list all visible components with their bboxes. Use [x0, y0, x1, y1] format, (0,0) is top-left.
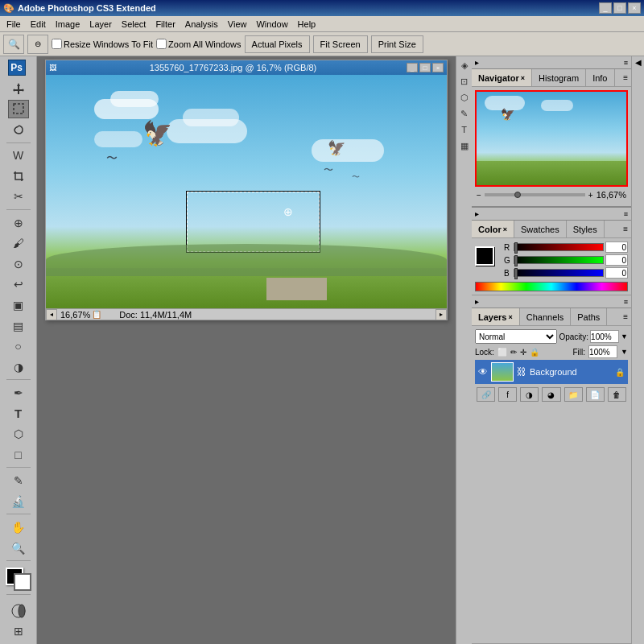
panel-menu-btn-2[interactable]: ≡ [620, 225, 631, 233]
menu-image[interactable]: Image [51, 18, 85, 31]
opacity-input[interactable] [590, 330, 619, 343]
color-close[interactable]: × [503, 225, 507, 233]
actual-pixels-button[interactable]: Actual Pixels [245, 35, 310, 53]
zoom-tool[interactable]: 🔍 [8, 539, 29, 558]
eyedropper-tool[interactable]: 🔬 [8, 492, 29, 511]
text-tool[interactable]: T [8, 404, 29, 423]
slice-tool[interactable]: ✂ [8, 188, 29, 207]
lock-position-icon[interactable]: ✛ [520, 348, 526, 357]
fill-arrow[interactable]: ▼ [621, 348, 628, 356]
menu-layer[interactable]: Layer [85, 18, 117, 31]
menu-analysis[interactable]: Analysis [180, 18, 223, 31]
panel-menu-btn-1[interactable]: ≡ [620, 73, 631, 82]
zoom-in-button[interactable]: 🔍 [3, 35, 24, 54]
tab-color[interactable]: Color × [472, 221, 514, 237]
panel-icon-4[interactable]: ✎ [457, 106, 472, 121]
zoom-out-button[interactable]: ⊖ [27, 35, 48, 54]
clone-tool[interactable]: ⊙ [8, 254, 29, 274]
zoom-plus-icon[interactable]: + [588, 191, 593, 200]
zoom-minus-icon[interactable]: − [477, 191, 481, 200]
zoom-thumb[interactable] [514, 192, 521, 198]
history-tool[interactable]: ↩ [8, 275, 29, 295]
shape-tool[interactable]: □ [8, 445, 29, 464]
healing-tool[interactable]: ⊕ [8, 213, 29, 233]
move-tool[interactable] [8, 79, 29, 98]
tab-swatches[interactable]: Swatches [514, 221, 567, 237]
foreground-background-colors[interactable] [6, 568, 31, 591]
zoom-slider[interactable] [485, 193, 585, 196]
scroll-left-btn[interactable]: ◂ [46, 309, 57, 320]
tab-channels[interactable]: Channels [520, 308, 571, 325]
lasso-tool[interactable] [8, 120, 29, 139]
layer-background[interactable]: 👁 ⛓ Background 🔒 [475, 360, 628, 384]
add-adjustment-btn[interactable]: ◕ [542, 387, 560, 402]
path-select-tool[interactable]: ⬡ [8, 424, 29, 444]
color-swatch[interactable] [475, 246, 494, 266]
add-mask-btn[interactable]: ◑ [520, 387, 539, 402]
tab-navigator[interactable]: Navigator × [472, 69, 532, 86]
quick-select-tool[interactable]: W [8, 146, 29, 165]
blue-value-input[interactable] [605, 267, 628, 279]
pen-tool[interactable]: ✒ [8, 383, 29, 402]
red-track[interactable] [514, 243, 604, 251]
tab-styles[interactable]: Styles [567, 221, 605, 237]
screen-mode-btn[interactable]: ⊞ [8, 621, 29, 641]
fit-screen-button[interactable]: Fit Screen [313, 35, 368, 53]
fill-input[interactable] [588, 345, 617, 358]
hand-tool[interactable]: ✋ [8, 518, 29, 537]
red-value-input[interactable] [605, 242, 628, 253]
link-layers-btn[interactable]: 🔗 [477, 387, 495, 402]
navigator-close[interactable]: × [521, 74, 525, 82]
crop-tool[interactable] [8, 167, 29, 186]
panel-icon-6[interactable]: ▦ [457, 138, 472, 153]
maximize-button[interactable]: □ [613, 2, 626, 14]
menu-file[interactable]: File [2, 18, 26, 31]
zoom-icon[interactable]: 📋 [92, 310, 101, 319]
zoom-all-checkbox[interactable]: Zoom All Windows [156, 39, 241, 49]
menu-select[interactable]: Select [117, 18, 151, 31]
panel-collapse-btn-1[interactable]: ≡ [624, 59, 628, 67]
notes-tool[interactable]: ✎ [8, 471, 29, 490]
lock-all-icon[interactable]: 🔒 [530, 348, 539, 357]
opacity-arrow[interactable]: ▼ [621, 332, 628, 341]
menu-window[interactable]: Window [251, 18, 292, 31]
doc-maximize-btn[interactable]: □ [419, 63, 431, 72]
gradient-tool[interactable]: ▤ [8, 316, 29, 336]
delete-layer-btn[interactable]: 🗑 [608, 387, 626, 402]
tab-paths[interactable]: Paths [571, 308, 607, 325]
tab-histogram[interactable]: Histogram [532, 69, 586, 86]
panel-arrow-side[interactable]: ◀ [631, 56, 644, 644]
menu-filter[interactable]: Filter [151, 18, 180, 31]
print-size-button[interactable]: Print Size [371, 35, 423, 53]
panel-icon-5[interactable]: T [457, 122, 472, 137]
doc-close-btn[interactable]: × [432, 63, 444, 72]
layers-close[interactable]: × [508, 313, 512, 321]
panel-menu-btn-3[interactable]: ≡ [620, 312, 631, 321]
blur-tool[interactable]: ○ [8, 336, 29, 356]
menu-edit[interactable]: Edit [26, 18, 51, 31]
brush-tool[interactable]: 🖌 [8, 234, 29, 254]
doc-minimize-btn[interactable]: _ [407, 63, 418, 72]
marquee-tool[interactable] [8, 100, 29, 119]
green-track[interactable] [514, 256, 604, 264]
tab-info[interactable]: Info [586, 69, 614, 86]
scroll-right-btn[interactable]: ▸ [436, 309, 447, 320]
dodge-tool[interactable]: ◑ [8, 357, 29, 377]
lock-image-icon[interactable]: ✏ [510, 348, 517, 357]
menu-view[interactable]: View [223, 18, 252, 31]
panel-icon-2[interactable]: ⊡ [457, 74, 472, 89]
add-group-btn[interactable]: 📁 [564, 387, 583, 402]
add-style-btn[interactable]: f [498, 387, 517, 402]
panel-collapse-btn-3[interactable]: ≡ [624, 298, 628, 306]
add-layer-btn[interactable]: 📄 [586, 387, 605, 402]
tab-layers[interactable]: Layers × [472, 308, 520, 325]
eraser-tool[interactable]: ▣ [8, 295, 29, 315]
quick-mask-btn[interactable] [8, 601, 29, 621]
canvas-scene[interactable]: 🦅 〜 🦅 〜 〜 ⊕ [46, 75, 447, 308]
lock-transparent-icon[interactable]: ⬜ [497, 348, 507, 357]
blend-mode-select[interactable]: Normal [475, 329, 557, 344]
minimize-button[interactable]: _ [599, 2, 612, 14]
panel-collapse-btn-2[interactable]: ≡ [624, 210, 628, 218]
close-button[interactable]: × [628, 2, 641, 14]
blue-track[interactable] [514, 269, 604, 277]
